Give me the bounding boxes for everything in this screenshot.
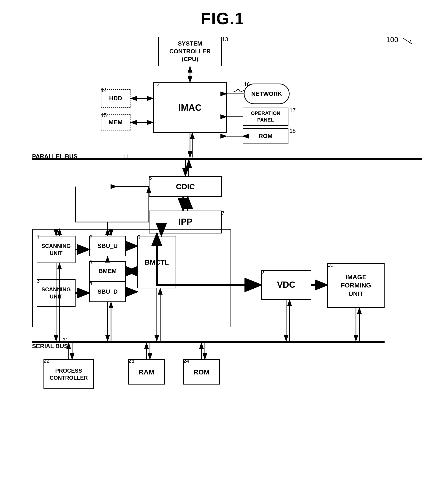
ref-13: 13 — [222, 36, 228, 43]
ref-15: 15 — [101, 112, 107, 119]
page-title: FIG.1 — [0, 0, 445, 28]
ref-16: 16 — [244, 81, 250, 88]
ref-1: 1 — [37, 234, 40, 241]
scanning-unit-top-box: SCANNING UNIT — [37, 236, 75, 263]
ref-7: 7 — [221, 210, 224, 216]
ref-10: 10 — [327, 262, 334, 268]
bmem-box: BMEM — [89, 261, 126, 282]
rom-top-box: ROM — [243, 128, 288, 144]
system-controller-box: SYSTEM CONTROLLER (CPU) — [158, 37, 222, 66]
scanning-unit-bot-box: SCANNING UNIT — [37, 279, 75, 307]
ref-3: 3 — [37, 278, 40, 284]
image-forming-box: IMAGE FORMING UNIT — [327, 263, 385, 308]
ref-17: 17 — [290, 107, 296, 113]
serial-bus-line — [32, 341, 385, 343]
ref-21: 21 — [62, 337, 69, 343]
ref-2: 2 — [89, 234, 92, 241]
vdc-box: VDC — [261, 270, 311, 300]
ref-5: 5 — [137, 234, 140, 241]
cdic-box: CDIC — [149, 176, 222, 197]
ref-11: 11 — [123, 153, 129, 160]
sbu-d-box: SBU_D — [89, 282, 126, 302]
ref-24: 24 — [183, 358, 189, 364]
imac-box: IMAC — [153, 82, 227, 133]
ref-9: 9 — [261, 269, 264, 275]
bmctl-box: BMCTL — [137, 236, 176, 288]
ref-8: 8 — [149, 175, 152, 181]
operation-panel-box: OPERATION PANEL — [243, 108, 288, 126]
parallel-bus-label: PARALLEL BUS — [32, 153, 77, 160]
ref-22: 22 — [43, 358, 50, 364]
ref-6: 6 — [89, 259, 92, 266]
process-controller-box: PROCESS CONTROLLER — [43, 359, 94, 389]
parallel-bus-line — [32, 158, 422, 160]
ref-12: 12 — [153, 81, 160, 88]
sbu-u-box: SBU_U — [89, 236, 126, 256]
serial-bus-label: SERIAL BUS — [32, 343, 68, 350]
network-box: NETWORK — [244, 84, 290, 104]
ref-23: 23 — [128, 358, 134, 364]
ref-4: 4 — [89, 280, 92, 286]
ref-14: 14 — [101, 87, 107, 93]
ref-18: 18 — [290, 128, 296, 134]
